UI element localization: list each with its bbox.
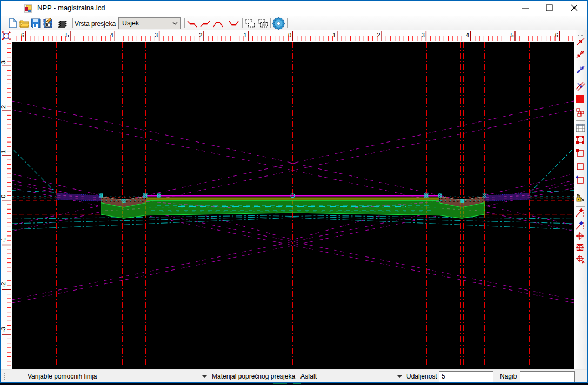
svg-text:-6: -6: [19, 32, 24, 38]
svg-text:1: 1: [332, 32, 336, 38]
svg-text:-2: -2: [197, 32, 203, 38]
svg-text:2: 2: [377, 32, 380, 38]
svg-text:0: 0: [288, 32, 291, 38]
svg-text:5: 5: [510, 32, 513, 38]
svg-text:-3: -3: [152, 32, 158, 38]
svg-text:-4: -4: [108, 32, 113, 38]
svg-text:4: 4: [466, 32, 469, 38]
svg-text:-1: -1: [242, 32, 247, 38]
svg-text:3: 3: [422, 32, 425, 38]
svg-text:6: 6: [555, 32, 558, 38]
svg-text:-5: -5: [64, 32, 69, 38]
